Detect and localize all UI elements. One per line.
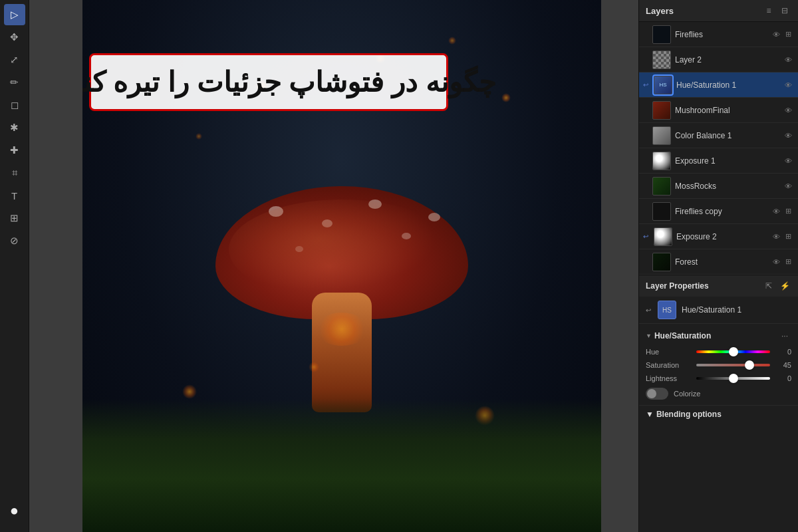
spot-1 [269,206,283,217]
layer-thumb-fireflies-copy [652,202,671,221]
layer-item-color-balance[interactable]: Color Balance 1 👁 [639,123,798,148]
blending-section: ▼ Blending options [639,405,798,423]
stem-glow [315,313,368,346]
layer-eye-color-balance[interactable]: 👁 [782,130,794,142]
transform-tool[interactable]: ⤢ [4,49,25,70]
colorize-label: Colorize [674,390,700,398]
hue-slider-row: Hue 0 [646,348,791,356]
mushroom-stem [312,293,372,412]
layer-item-forest[interactable]: Forest 👁 ⊞ [639,249,798,275]
properties-header: Layer Properties ⇱ ⚡ [639,275,798,297]
hue-sat-title-text: Hue/Saturation [654,331,711,340]
canvas-area: چگونه در فتوشاپ جزئیات را تیره کنیم؟ [29,0,638,532]
layer-eye-hue-sat[interactable]: 👁 [782,79,794,91]
move-tool[interactable]: ✥ [4,27,25,48]
hue-sat-title[interactable]: ▼ Hue/Saturation [646,331,711,340]
layer-extra-forest[interactable]: ⊞ [782,256,794,268]
layer-item-mossrocks[interactable]: MossRocks 👁 [639,174,798,199]
colorize-toggle[interactable] [646,388,668,400]
left-toolbar: ▷ ✥ ⤢ ✏ ◻ ✱ ✚ ⌗ T ⊞ ⊘ ● [0,0,29,532]
layer-extra-fireflies[interactable]: ⊞ [782,29,794,41]
layers-panel-header: Layers ≡ ⊟ [639,0,798,22]
lightness-slider-thumb[interactable] [729,374,738,383]
layer-item-exposure2[interactable]: ↩ Exposure 2 👁 ⊞ [639,224,798,249]
layer-item-fireflies[interactable]: Fireflies 👁 ⊞ [639,22,798,47]
layer-eye-forest[interactable]: 👁 [770,256,782,268]
layer-item-mushroom[interactable]: MushroomFinal 👁 [639,98,798,123]
layer-extra-fireflies-copy[interactable]: ⊞ [782,205,794,217]
spot-3 [368,200,382,209]
properties-options-btn[interactable]: ⚡ [778,279,791,293]
layer-eye-exposure1[interactable]: 👁 [782,155,794,167]
layer-link-icon: ↩ [643,81,652,88]
clone-tool[interactable]: ✱ [4,117,25,138]
layer-eye-fireflies[interactable]: 👁 [770,29,782,41]
layer-name-layer2: Layer 2 [675,55,782,65]
layer-expand-fireflies-copy [643,207,651,215]
layers-panel-icons: ≡ ⊟ [762,4,791,17]
hue-sat-more-btn[interactable]: ··· [778,329,791,342]
select-tool[interactable]: ▷ [4,4,25,25]
hue-slider-track[interactable] [696,350,770,353]
image-tool[interactable]: ⊞ [4,207,25,229]
overlay-text: چگونه در فتوشاپ جزئیات را تیره کنیم؟ [82,66,496,98]
eyedropper-tool[interactable]: ⊘ [4,230,25,251]
layer-expand-forest [643,258,651,266]
layer-item-fireflies-copy[interactable]: Fireflies copy 👁 ⊞ [639,199,798,224]
glow-4 [501,93,511,102]
sat-slider-track[interactable] [696,364,770,366]
text-overlay-box: چگونه در فتوشاپ جزئیات را تیره کنیم؟ [89,53,448,111]
layer-eye-layer2[interactable]: 👁 [782,54,794,66]
sat-label: Saturation [646,361,691,369]
blending-title: Blending options [656,410,722,419]
layer-name-hue-sat: Hue/Saturation 1 [676,80,782,90]
properties-layer-name: Hue/Saturation 1 [682,305,741,315]
layer-item-exposure1[interactable]: Exposure 1 👁 [639,148,798,174]
layer-name-fireflies-copy: Fireflies copy [675,207,770,216]
layer-thumb-exposure2 [654,227,672,246]
layer-name-exposure1: Exposure 1 [675,156,782,166]
foreground-color[interactable]: ● [4,500,25,521]
layer-eye-mossrocks[interactable]: 👁 [782,180,794,192]
glow-bottom-2 [182,384,197,399]
hue-saturation-section: ▼ Hue/Saturation ··· Hue 0 Saturation 4 [639,324,798,405]
hue-slider-thumb[interactable] [729,347,738,356]
layer-name-mossrocks: MossRocks [675,182,782,191]
layer-eye-mushroom[interactable]: 👁 [782,104,794,116]
layer-expand-exposure1 [643,157,651,165]
glow-bottom-3 [309,362,319,372]
layers-filter-btn[interactable]: ⊟ [778,4,791,17]
canvas-image: چگونه در فتوشاپ جزئیات را تیره کنیم؟ [82,0,601,532]
properties-layer-thumb: HS [658,301,676,319]
sat-slider-thumb[interactable] [745,360,754,370]
layer-extra-exposure2[interactable]: ⊞ [782,231,794,243]
healing-tool[interactable]: ✚ [4,140,25,161]
crop-tool[interactable]: ⌗ [4,162,25,184]
brush-tool[interactable]: ✏ [4,72,25,93]
layer-name-exposure2: Exposure 2 [676,232,770,241]
layer-eye-exposure2[interactable]: 👁 [770,231,782,243]
lightness-label: Lightness [646,374,691,382]
layer-thumb-layer2 [652,51,671,69]
layer-name-color-balance: Color Balance 1 [675,131,782,140]
layers-panel-title: Layers [646,6,674,16]
hue-label: Hue [646,348,691,356]
properties-link-btn[interactable]: ⇱ [762,279,775,293]
hue-sat-chevron: ▼ [646,332,652,339]
layer-item-layer2[interactable]: Layer 2 👁 [639,47,798,72]
layer-item-hue-sat[interactable]: ↩ HS Hue/Saturation 1 👁 [639,72,798,98]
layer-thumb-exposure1 [652,152,671,170]
text-tool[interactable]: T [4,185,25,206]
layer-name-fireflies: Fireflies [675,30,770,39]
layers-options-btn[interactable]: ≡ [762,4,775,17]
eraser-tool[interactable]: ◻ [4,94,25,116]
layer-expand-layer2 [643,56,651,64]
lightness-slider-track[interactable] [696,377,770,380]
blending-header[interactable]: ▼ Blending options [646,410,791,419]
layer-eye-fireflies-copy[interactable]: 👁 [770,205,782,217]
spot-2 [322,219,332,227]
layer-thumb-hue-sat: HS [654,76,672,94]
properties-title: Layer Properties [646,281,709,291]
layer-link-icon-exp2: ↩ [643,233,652,240]
layer-thumb-color-balance [652,126,671,145]
